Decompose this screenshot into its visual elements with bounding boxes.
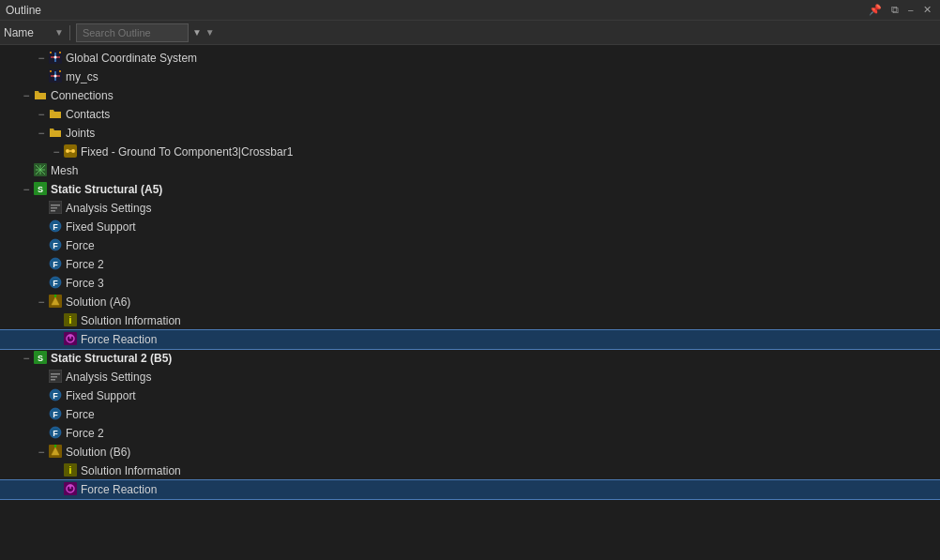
tree-item-label: Fixed - Ground To Component3|Crossbar1: [81, 145, 293, 159]
tree-item[interactable]: F Force 3: [0, 274, 940, 293]
svg-text:i: i: [69, 315, 72, 325]
search-options-arrow[interactable]: ▼: [205, 27, 215, 38]
tree-item[interactable]: Force Reaction: [0, 330, 940, 349]
tree-item[interactable]: Solution (A6): [0, 293, 940, 311]
svg-point-11: [59, 70, 61, 72]
tree-item-label: Force 2: [66, 427, 104, 440]
expander-minus[interactable]: [19, 88, 34, 103]
tree-item-label: Force Reaction: [81, 483, 157, 496]
tree-item-label: Force Reaction: [81, 333, 157, 346]
tree-item[interactable]: Global Coordinate System: [0, 49, 940, 68]
tree-item[interactable]: F Force: [0, 236, 940, 255]
mesh-icon: [34, 163, 49, 178]
tree-item[interactable]: i Solution Information: [0, 462, 940, 480]
svg-text:i: i: [69, 465, 72, 476]
tree-item[interactable]: Fixed - Ground To Component3|Crossbar1: [0, 143, 940, 161]
tree-item[interactable]: F Fixed Support: [0, 386, 940, 405]
analysis-icon: [49, 201, 64, 216]
force-icon: F: [49, 276, 64, 291]
svg-text:S: S: [38, 185, 43, 194]
expander-minus[interactable]: [34, 51, 49, 66]
tree-item[interactable]: F Force: [0, 405, 940, 424]
float-button[interactable]: ⧉: [888, 3, 902, 17]
close-button[interactable]: ✕: [920, 3, 934, 17]
pin-button[interactable]: 📌: [866, 3, 885, 17]
coordinate-icon: [49, 69, 64, 84]
search-dropdown-arrow[interactable]: ▼: [192, 27, 202, 38]
tree-item[interactable]: F Force 2: [0, 424, 940, 443]
tree-item-label: Force: [66, 408, 95, 421]
expander-minus[interactable]: [49, 144, 64, 159]
svg-point-3: [54, 56, 57, 59]
svg-point-5: [59, 52, 61, 53]
tree-item[interactable]: Analysis Settings: [0, 199, 940, 218]
tree-item-label: Solution (A6): [66, 295, 130, 309]
force-icon: F: [49, 238, 64, 253]
tree-item[interactable]: Mesh: [0, 161, 940, 180]
tree-item-label: Fixed Support: [66, 389, 136, 402]
tree-item-label: Force: [66, 239, 95, 252]
tree-item-label: Fixed Support: [66, 220, 136, 234]
expander-minus[interactable]: [19, 182, 34, 197]
svg-text:F: F: [53, 241, 58, 250]
tree-item-label: Static Structural (A5): [51, 183, 162, 196]
tree-item-label: Contacts: [66, 108, 110, 121]
folder-yellow-icon: [34, 88, 49, 103]
svg-point-13: [66, 149, 69, 153]
tree-item[interactable]: F Fixed Support: [0, 218, 940, 236]
tree-item-label: Solution Information: [81, 464, 181, 477]
tree-item-label: Analysis Settings: [66, 371, 151, 384]
svg-point-14: [71, 149, 75, 153]
force-icon: F: [49, 219, 64, 235]
svg-text:F: F: [53, 410, 58, 419]
tree-item[interactable]: Joints: [0, 124, 940, 143]
tree-item-label: Mesh: [51, 164, 78, 177]
force-icon: F: [49, 426, 64, 441]
tree-item-label: Connections: [51, 89, 114, 102]
tree-item[interactable]: Force Reaction: [0, 480, 940, 499]
force-icon: F: [49, 388, 64, 403]
tree-container[interactable]: Global Coordinate System my_cs Connectio…: [0, 45, 940, 560]
static-structural-icon: S: [34, 182, 49, 197]
tree-item[interactable]: S Static Structural (A5): [0, 180, 940, 199]
svg-rect-48: [51, 379, 55, 381]
svg-rect-47: [51, 376, 57, 378]
name-dropdown-arrow[interactable]: ▼: [54, 27, 64, 38]
tree-item-label: Static Structural 2 (B5): [51, 352, 172, 365]
tree-item[interactable]: Solution (B6): [0, 443, 940, 462]
minimize-button[interactable]: −: [905, 4, 917, 17]
tree-item[interactable]: my_cs: [0, 68, 940, 86]
folder-yellow-icon: [49, 107, 64, 122]
static-structural-icon: S: [34, 351, 49, 366]
svg-text:S: S: [38, 354, 43, 363]
tree-item[interactable]: Connections: [0, 86, 940, 105]
tree-item-label: Force 2: [66, 258, 104, 271]
search-input[interactable]: [76, 23, 189, 42]
svg-point-10: [50, 70, 52, 72]
solution-info-icon: i: [64, 313, 79, 328]
svg-point-9: [54, 75, 57, 78]
tree-item[interactable]: F Force 2: [0, 255, 940, 274]
panel-controls: 📌 ⧉ − ✕: [866, 3, 934, 17]
expander-minus[interactable]: [34, 107, 49, 122]
expander-minus[interactable]: [34, 295, 49, 310]
svg-point-4: [50, 52, 52, 53]
tree-item[interactable]: Contacts: [0, 105, 940, 124]
tree-item[interactable]: Analysis Settings: [0, 368, 940, 386]
reaction-icon: [64, 332, 79, 347]
svg-text:F: F: [53, 260, 58, 269]
tree-item[interactable]: S Static Structural 2 (B5): [0, 349, 940, 368]
outline-panel: Outline 📌 ⧉ − ✕ Name ▼ ▼ ▼ Global Coord: [0, 0, 940, 560]
solution-info-icon: i: [64, 463, 79, 478]
reaction-icon: [64, 482, 79, 497]
expander-minus[interactable]: [34, 126, 49, 141]
expander-minus[interactable]: [19, 351, 34, 366]
expander-minus[interactable]: [34, 445, 49, 460]
tree-item-label: Joints: [66, 127, 95, 140]
svg-text:F: F: [53, 279, 58, 288]
analysis-icon: [49, 370, 64, 385]
svg-text:F: F: [53, 222, 58, 232]
svg-rect-46: [51, 373, 60, 375]
joint-icon: [64, 144, 79, 159]
tree-item[interactable]: i Solution Information: [0, 311, 940, 330]
